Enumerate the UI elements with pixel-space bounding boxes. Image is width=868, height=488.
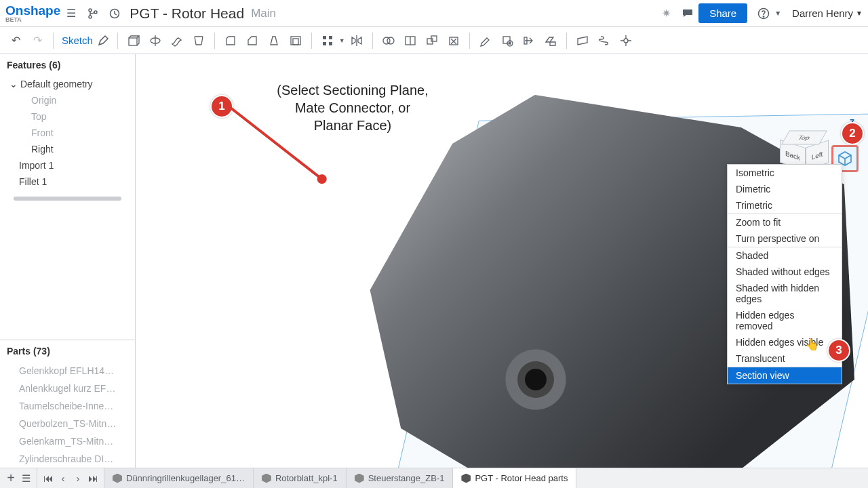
tab-prev-button[interactable]: ‹ <box>56 472 70 484</box>
delete-face-button[interactable] <box>497 30 517 51</box>
svg-rect-8 <box>291 37 300 45</box>
title-bar: Onshape BETA ☰ PGT - Rotor Head Main ✷ S… <box>0 0 868 27</box>
default-geometry-group[interactable]: ⌄ Default geometry <box>0 76 135 92</box>
workspace: Features (6) ⌄ Default geometry Origin T… <box>0 54 868 468</box>
svg-point-1 <box>89 16 92 18</box>
cube-face-top[interactable]: Top <box>781 131 827 145</box>
hamburger-icon[interactable]: ☰ <box>63 5 79 22</box>
svg-point-15 <box>387 37 394 44</box>
tab-item[interactable]: Rotorblatt_kpl-1 <box>254 468 347 488</box>
replace-face-button[interactable] <box>540 30 561 51</box>
menu-shaded[interactable]: Shaded <box>728 247 842 264</box>
help-dropdown-icon[interactable]: ▼ <box>774 9 781 17</box>
extrude-button[interactable] <box>123 30 144 51</box>
help-icon[interactable] <box>755 5 772 22</box>
part-row[interactable]: Anlenkkugel kurz EF… <box>0 380 135 397</box>
branch-icon[interactable] <box>85 5 101 22</box>
plane-button[interactable] <box>572 30 593 51</box>
tab-first-button[interactable]: ⏮ <box>41 472 55 484</box>
revolve-button[interactable] <box>145 30 165 51</box>
tab-item[interactable]: Steuerstange_ZB-1 <box>347 468 454 488</box>
tab-bar: + ☰ ⏮ ‹ › ⏭ Dünnringrillenkugellager_61…… <box>0 468 868 488</box>
sweep-button[interactable] <box>167 30 187 51</box>
tree-item-import[interactable]: Import 1 <box>0 157 135 174</box>
svg-point-14 <box>383 37 390 44</box>
document-title[interactable]: PGT - Rotor Head <box>130 5 244 22</box>
shell-button[interactable] <box>285 30 306 51</box>
menu-zoom-fit[interactable]: Zoom to fit <box>728 214 842 230</box>
callout-2: 2 <box>841 122 864 145</box>
tab-item-active[interactable]: PGT - Rotor Head parts <box>453 468 576 488</box>
user-name: Darren Henry <box>792 7 853 19</box>
menu-hidden-removed[interactable]: Hidden edges removed <box>728 307 842 334</box>
svg-rect-12 <box>323 42 326 45</box>
mate-connector-button[interactable] <box>616 30 636 51</box>
user-menu[interactable]: Darren Henry ▼ <box>792 7 863 19</box>
delete-part-button[interactable] <box>443 30 464 51</box>
menu-section-view[interactable]: Section view <box>728 367 842 384</box>
tab-list-button[interactable]: ☰ <box>19 472 33 485</box>
menu-isometric[interactable]: Isometric <box>728 165 842 181</box>
comment-icon[interactable] <box>679 5 696 22</box>
tab-item[interactable]: Dünnringrillenkugellager_61… <box>104 468 254 488</box>
part-studio-icon <box>355 474 364 483</box>
menu-shaded-no-edges[interactable]: Shaded without edges <box>728 264 842 280</box>
bug-icon[interactable]: ✷ <box>658 5 674 22</box>
boolean-button[interactable] <box>378 30 399 51</box>
part-row[interactable]: Querbolzen_TS-Mitn… <box>0 415 135 432</box>
transform-button[interactable] <box>422 30 442 51</box>
svg-point-23 <box>624 39 628 43</box>
redo-button[interactable]: ↷ <box>27 30 47 51</box>
feature-scrollbar[interactable] <box>14 197 121 201</box>
beta-badge: BETA <box>5 17 60 23</box>
part-row[interactable]: Gelenkkopf EFLH14… <box>0 362 135 380</box>
menu-shaded-hidden[interactable]: Shaded with hidden edges <box>728 280 842 307</box>
svg-rect-9 <box>293 39 298 45</box>
part-row[interactable]: Gelenkarm_TS-Mitn… <box>0 432 135 450</box>
tree-item-fillet[interactable]: Fillet 1 <box>0 174 135 190</box>
tree-item-right[interactable]: Right <box>0 141 135 157</box>
part-studio-icon <box>262 474 271 483</box>
modify-button[interactable] <box>475 30 496 51</box>
sketch-label: Sketch <box>62 35 93 46</box>
tab-last-button[interactable]: ⏭ <box>86 472 100 484</box>
svg-point-0 <box>89 9 92 12</box>
pattern-button[interactable] <box>317 30 338 51</box>
chamfer-button[interactable] <box>242 30 262 51</box>
toolbar: ↶ ↷ Sketch ▼ <box>0 27 868 54</box>
menu-hidden-visible[interactable]: Hidden edges visible <box>728 334 842 350</box>
view-menu: Isometric Dimetric Trimetric Zoom to fit… <box>727 164 842 384</box>
menu-dimetric[interactable]: Dimetric <box>728 181 842 197</box>
split-button[interactable] <box>400 30 420 51</box>
move-face-button[interactable] <box>519 30 539 51</box>
menu-trimetric[interactable]: Trimetric <box>728 197 842 214</box>
draft-button[interactable] <box>264 30 284 51</box>
app-logo[interactable]: Onshape BETA <box>5 4 60 23</box>
tab-next-button[interactable]: › <box>71 472 85 484</box>
helix-button[interactable] <box>594 30 614 51</box>
fillet-button[interactable] <box>220 30 241 51</box>
parts-heading: Parts (73) <box>0 340 135 362</box>
menu-translucent[interactable]: Translucent <box>728 350 842 367</box>
mirror-button[interactable] <box>347 30 367 51</box>
tree-item-top[interactable]: Top <box>0 108 135 125</box>
sketch-button[interactable]: Sketch <box>59 35 112 47</box>
share-button[interactable]: Share <box>698 3 747 23</box>
undo-button[interactable]: ↶ <box>5 30 26 51</box>
pencil-icon <box>97 35 109 47</box>
add-tab-button[interactable]: + <box>4 470 18 486</box>
part-row[interactable]: Zylinderschraube DI… <box>0 450 135 468</box>
menu-perspective[interactable]: Turn perspective on <box>728 230 842 247</box>
history-icon[interactable] <box>106 5 123 22</box>
tree-item-front[interactable]: Front <box>0 125 135 141</box>
svg-point-5 <box>763 16 764 16</box>
svg-rect-13 <box>329 42 332 45</box>
loft-button[interactable] <box>189 30 209 51</box>
part-row[interactable]: Taumelscheibe-Inne… <box>0 397 135 415</box>
tree-item-origin[interactable]: Origin <box>0 92 135 108</box>
features-heading: Features (6) <box>0 54 135 76</box>
branch-label[interactable]: Main <box>251 7 276 20</box>
3d-canvas[interactable]: (Select Sectioning Plane, Mate Connector… <box>136 54 868 468</box>
chevron-down-icon: ⌄ <box>9 79 18 89</box>
pattern-dropdown-icon[interactable]: ▼ <box>339 37 345 44</box>
